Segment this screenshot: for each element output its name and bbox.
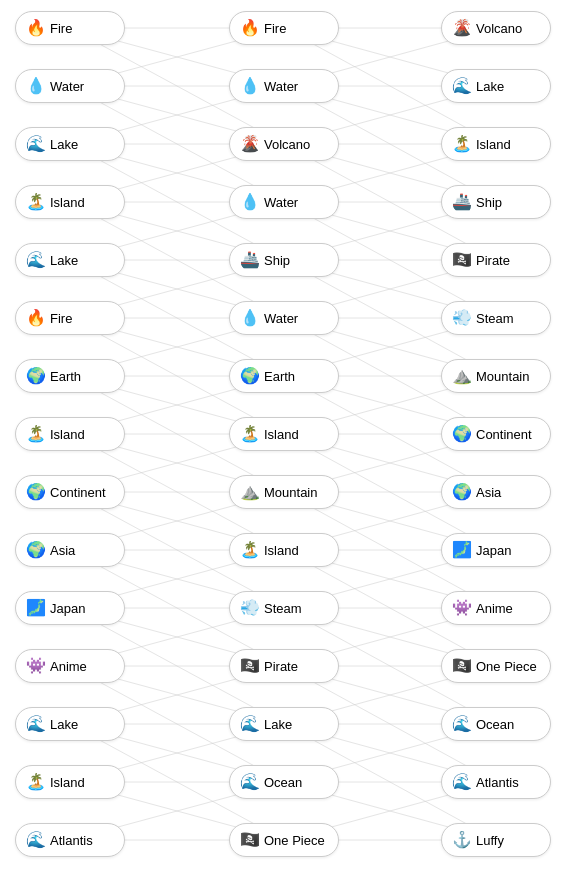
node-icon: ⛰️ [240,484,260,500]
node-icon: 🌊 [26,716,46,732]
node-label: Steam [264,601,302,616]
node-label: Lake [50,253,78,268]
node-c1r10[interactable]: 💨Steam [229,591,339,625]
node-label: Mountain [264,485,317,500]
node-icon: 🗾 [26,600,46,616]
node-icon: 👾 [26,658,46,674]
node-icon: 🌍 [240,368,260,384]
node-icon: ⛰️ [452,368,472,384]
node-label: Japan [476,543,511,558]
node-icon: ⚓ [452,832,472,848]
node-c0r8[interactable]: 🌍Continent [15,475,125,509]
node-c2r13[interactable]: 🌊Atlantis [441,765,551,799]
node-c2r0[interactable]: 🌋Volcano [441,11,551,45]
node-c0r13[interactable]: 🏝️Island [15,765,125,799]
node-label: Luffy [476,833,504,848]
node-c2r14[interactable]: ⚓Luffy [441,823,551,857]
node-c2r5[interactable]: 💨Steam [441,301,551,335]
node-c2r6[interactable]: ⛰️Mountain [441,359,551,393]
node-c2r1[interactable]: 🌊Lake [441,69,551,103]
node-c0r7[interactable]: 🏝️Island [15,417,125,451]
node-c0r5[interactable]: 🔥Fire [15,301,125,335]
node-c2r10[interactable]: 👾Anime [441,591,551,625]
node-icon: 🚢 [452,194,472,210]
node-c1r3[interactable]: 💧Water [229,185,339,219]
node-label: Ship [264,253,290,268]
node-c0r2[interactable]: 🌊Lake [15,127,125,161]
node-c1r14[interactable]: 🏴‍☠️One Piece [229,823,339,857]
node-c1r12[interactable]: 🌊Lake [229,707,339,741]
node-label: Water [264,195,298,210]
node-label: Atlantis [476,775,519,790]
node-icon: 💨 [240,600,260,616]
node-c1r4[interactable]: 🚢Ship [229,243,339,277]
node-icon: 🌊 [452,716,472,732]
node-icon: 🌊 [240,774,260,790]
node-c2r8[interactable]: 🌍Asia [441,475,551,509]
node-icon: 🏝️ [240,426,260,442]
node-c0r14[interactable]: 🌊Atlantis [15,823,125,857]
node-label: Water [50,79,84,94]
node-label: Asia [476,485,501,500]
node-c0r0[interactable]: 🔥Fire [15,11,125,45]
node-label: One Piece [476,659,537,674]
node-c2r12[interactable]: 🌊Ocean [441,707,551,741]
node-icon: 🔥 [26,20,46,36]
node-c2r7[interactable]: 🌍Continent [441,417,551,451]
node-label: Island [50,427,85,442]
node-label: Volcano [476,21,522,36]
node-c0r9[interactable]: 🌍Asia [15,533,125,567]
node-c0r6[interactable]: 🌍Earth [15,359,125,393]
node-c1r1[interactable]: 💧Water [229,69,339,103]
node-c1r6[interactable]: 🌍Earth [229,359,339,393]
node-c1r9[interactable]: 🏝️Island [229,533,339,567]
node-icon: 🏝️ [452,136,472,152]
node-icon: 🌍 [452,484,472,500]
node-icon: 🚢 [240,252,260,268]
node-c0r12[interactable]: 🌊Lake [15,707,125,741]
node-c0r10[interactable]: 🗾Japan [15,591,125,625]
node-c2r3[interactable]: 🚢Ship [441,185,551,219]
node-label: Earth [264,369,295,384]
node-label: Lake [50,137,78,152]
node-icon: 🌊 [26,252,46,268]
node-c0r4[interactable]: 🌊Lake [15,243,125,277]
node-icon: 🏴‍☠️ [452,658,472,674]
node-label: Lake [264,717,292,732]
node-icon: 🏝️ [26,426,46,442]
node-label: Island [264,543,299,558]
node-icon: 🏝️ [26,774,46,790]
node-c1r0[interactable]: 🔥Fire [229,11,339,45]
node-label: Ship [476,195,502,210]
node-label: Lake [476,79,504,94]
node-c1r8[interactable]: ⛰️Mountain [229,475,339,509]
node-c1r5[interactable]: 💧Water [229,301,339,335]
node-c0r3[interactable]: 🏝️Island [15,185,125,219]
node-label: Fire [50,21,72,36]
node-c1r11[interactable]: 🏴‍☠️Pirate [229,649,339,683]
node-c2r2[interactable]: 🏝️Island [441,127,551,161]
node-label: Anime [476,601,513,616]
node-c1r2[interactable]: 🌋Volcano [229,127,339,161]
node-label: Japan [50,601,85,616]
node-c2r11[interactable]: 🏴‍☠️One Piece [441,649,551,683]
node-icon: 💧 [240,78,260,94]
node-c2r4[interactable]: 🏴‍☠️Pirate [441,243,551,277]
node-label: Continent [476,427,532,442]
node-c0r11[interactable]: 👾Anime [15,649,125,683]
node-icon: 🌋 [452,20,472,36]
node-label: Fire [264,21,286,36]
node-label: Ocean [264,775,302,790]
node-icon: 🌊 [26,136,46,152]
node-c2r9[interactable]: 🗾Japan [441,533,551,567]
node-c0r1[interactable]: 💧Water [15,69,125,103]
node-icon: 🌍 [26,484,46,500]
node-c1r7[interactable]: 🏝️Island [229,417,339,451]
node-label: One Piece [264,833,325,848]
node-label: Island [50,195,85,210]
node-label: Pirate [264,659,298,674]
node-label: Island [264,427,299,442]
node-c1r13[interactable]: 🌊Ocean [229,765,339,799]
node-label: Pirate [476,253,510,268]
node-label: Fire [50,311,72,326]
